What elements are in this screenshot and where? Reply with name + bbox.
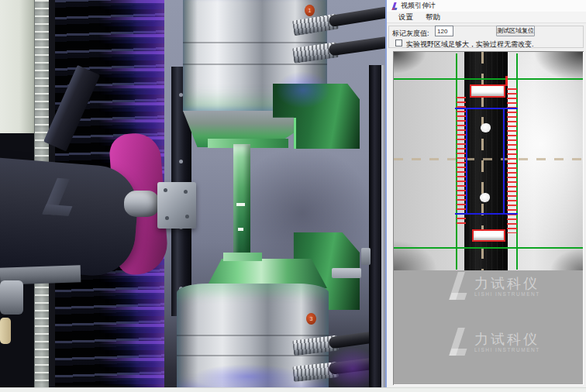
red-tick (505, 76, 508, 86)
gauge-rect-left-line[interactable] (466, 108, 467, 215)
gauge-rect-right-line[interactable] (503, 108, 505, 215)
screen: 1 3 视频引伸计 (0, 0, 586, 392)
specimen-dot-lower (480, 193, 490, 202)
view-area-checkbox[interactable] (395, 40, 402, 46)
machine-column-light (0, 0, 36, 138)
menu-settings[interactable]: 设置 (393, 12, 419, 23)
watermark-1: 力试科仪 LISHI INSTRUMENT (446, 272, 540, 300)
blue-glow-lower (194, 364, 302, 389)
blue-glow-upper (276, 71, 330, 108)
reset-test-area-button[interactable]: 测试区域复位 (496, 26, 535, 36)
watermark-cn-text: 力试科仪 (474, 276, 540, 291)
small-cylinder (0, 280, 23, 315)
gray-value-input[interactable] (435, 26, 453, 36)
specimen-dot-upper (481, 123, 491, 132)
menu-bar: 设置 帮助 (387, 12, 586, 23)
hose-top-2 (328, 36, 385, 57)
app-logo-icon (391, 2, 398, 10)
menu-help[interactable]: 帮助 (420, 12, 446, 23)
green-hline-top (394, 78, 583, 80)
view-area-checkbox-label: 实验视野区域足够大，实验过程无需改变. (406, 40, 534, 50)
title-bar: 视频引伸计 (387, 0, 586, 12)
gauge-rect-top-line[interactable] (455, 108, 518, 109)
lishi-watermark-logo (446, 272, 469, 300)
wall-hinge (361, 248, 371, 265)
green-hline-bottom (394, 247, 583, 249)
window-title: 视频引伸计 (401, 1, 436, 11)
edge-hatch-right (507, 88, 517, 233)
window-frame-bottom (0, 387, 586, 392)
tracking-marker-bottom[interactable] (472, 229, 505, 242)
lishi-watermark-logo (446, 328, 469, 356)
watermark-en-text: LISHI INSTRUMENT (474, 291, 540, 297)
wall-bracket-bar (332, 268, 361, 278)
grip-marker-dot-bottom: 3 (306, 313, 316, 325)
tracking-marker-top[interactable] (470, 84, 505, 98)
yellow-roller (0, 318, 11, 344)
gauge-rect-bottom-line[interactable] (455, 213, 518, 215)
center-dashed-hline (394, 158, 583, 160)
hose-top-1 (328, 6, 385, 27)
specimen-strip (233, 144, 250, 254)
watermark-en-text: LISHI INSTRUMENT (474, 347, 540, 352)
rail-bracket (157, 182, 196, 229)
camera-feed (394, 52, 583, 270)
background-post (369, 65, 381, 392)
watermark-cn-text: 力试科仪 (474, 332, 540, 347)
machine-photo: 1 3 (0, 0, 385, 392)
watermark-2: 力试科仪 LISHI INSTRUMENT (446, 328, 540, 356)
lower-clamp-tab (223, 253, 262, 261)
grip-marker-dot-top: 1 (305, 5, 315, 16)
lishi-machine-logo (36, 177, 79, 217)
adjustment-knob (124, 191, 160, 217)
gray-value-label: 标记灰度值: (392, 29, 429, 39)
edge-hatch-left (457, 97, 466, 227)
extensometer-window: 视频引伸计 设置 帮助 标记灰度值: 测试区域复位 实验视野区域足够大，实验过程… (385, 0, 586, 392)
camera-view-panel[interactable]: 力试科仪 LISHI INSTRUMENT 力试科仪 LISHI INSTRUM… (393, 51, 584, 385)
extensometer-camera-body (0, 157, 140, 279)
